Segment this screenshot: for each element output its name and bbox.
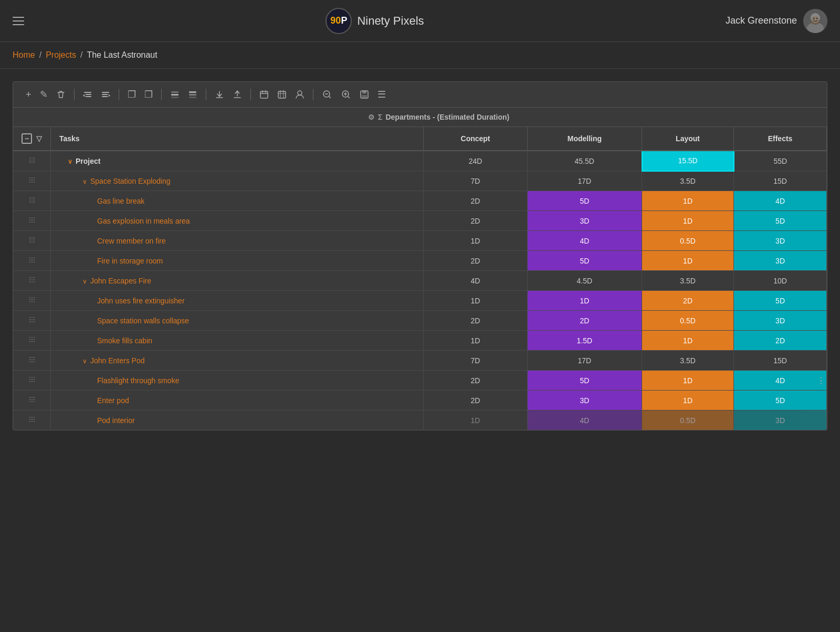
breadcrumb-projects[interactable]: Projects [46, 50, 76, 60]
modelling-cell: 4D [527, 410, 642, 430]
sep-6 [313, 89, 313, 100]
outdent-icon[interactable] [81, 89, 94, 100]
svg-rect-111 [29, 339, 30, 340]
layer-down-icon[interactable] [168, 89, 182, 100]
drag-handle[interactable] [13, 371, 51, 391]
hamburger-menu[interactable] [13, 17, 24, 25]
drag-handle[interactable] [13, 271, 51, 291]
import-icon[interactable] [213, 89, 226, 100]
layout-cell: 1D [642, 211, 734, 231]
logo-letter: P [341, 15, 347, 26]
task-name-cell: Space station walls collapse [51, 311, 424, 331]
svg-rect-53 [34, 202, 35, 203]
collapse-all-button[interactable]: − [22, 133, 32, 144]
delete-icon[interactable] [54, 89, 68, 100]
task-name-cell: Enter pod [51, 391, 424, 410]
table-row: Space station walls collapse2D2D0.5D3D [13, 311, 827, 331]
concept-cell: 1D [424, 331, 528, 351]
add-button[interactable]: + [24, 89, 34, 100]
copy-icon[interactable]: ❐ [125, 89, 138, 100]
layout-cell: 1D [642, 331, 734, 351]
column-header-row: − ▽ Tasks Concept Modelling Layout Effec… [13, 127, 827, 151]
svg-rect-131 [34, 379, 35, 380]
effects-cell: 5D [734, 211, 827, 231]
group-header-label: Departments - (Estimated Duration) [385, 113, 509, 121]
svg-rect-15 [171, 97, 178, 98]
svg-rect-31 [32, 160, 33, 161]
svg-rect-49 [32, 199, 33, 201]
layout-cell: 1D [642, 371, 734, 391]
sep-2 [119, 89, 119, 100]
svg-rect-90 [29, 297, 30, 298]
svg-rect-40 [32, 180, 33, 181]
svg-rect-64 [32, 237, 33, 238]
svg-rect-147 [29, 419, 30, 420]
zoom-in-icon[interactable] [339, 88, 353, 101]
menu-icon[interactable]: ☰ [375, 89, 388, 100]
nav-left [13, 17, 24, 25]
empty-header-cell [13, 108, 51, 127]
chevron-icon: ∨ [68, 158, 72, 165]
paste-icon[interactable]: ❒ [142, 89, 155, 100]
table-container: ⚙ Σ Departments - (Estimated Duration) −… [13, 108, 827, 430]
calendar-grid-icon[interactable] [275, 89, 289, 100]
svg-rect-37 [32, 177, 33, 178]
concept-cell: 2D [424, 211, 528, 231]
user-avatar[interactable] [803, 9, 827, 33]
task-label: Flashlight through smoke [97, 376, 179, 385]
drag-handle[interactable] [13, 251, 51, 271]
calendar-icon[interactable] [257, 89, 271, 100]
drag-handle[interactable] [13, 311, 51, 331]
svg-rect-150 [29, 421, 30, 422]
layer-up-icon[interactable] [186, 89, 200, 100]
task-name-cell: ∨John Escapes Fire [51, 271, 424, 291]
modelling-cell: 17D [527, 171, 642, 191]
svg-rect-115 [32, 341, 33, 342]
svg-rect-101 [34, 317, 35, 318]
svg-rect-47 [34, 197, 35, 198]
task-label[interactable]: ∨John Escapes Fire [82, 277, 151, 285]
effects-cell: 3D [734, 311, 827, 331]
svg-rect-103 [32, 319, 33, 320]
drag-handle[interactable] [13, 231, 51, 251]
svg-point-21 [298, 91, 302, 95]
drag-handle[interactable] [13, 391, 51, 410]
drag-handle[interactable] [13, 211, 51, 231]
save-icon[interactable] [358, 89, 371, 100]
export-icon[interactable] [230, 89, 244, 100]
task-label: John uses fire extinguisher [97, 297, 185, 305]
filter-icon[interactable]: ▽ [36, 134, 42, 143]
task-label[interactable]: ∨Space Station Exploding [82, 177, 171, 185]
task-label[interactable]: ∨John Enters Pod [82, 356, 145, 365]
edit-icon[interactable]: ✎ [38, 89, 50, 100]
drag-handle[interactable] [13, 291, 51, 311]
svg-rect-123 [29, 361, 30, 362]
drag-handle[interactable] [13, 151, 51, 171]
drag-handle[interactable] [13, 331, 51, 351]
svg-rect-36 [29, 177, 30, 178]
sigma-icon: Σ [378, 113, 383, 121]
svg-rect-119 [34, 357, 35, 358]
zoom-out-icon[interactable] [320, 88, 334, 101]
drag-handle[interactable] [13, 351, 51, 371]
layout-cell: 3.5D [642, 351, 734, 371]
user-icon[interactable] [293, 89, 307, 100]
svg-rect-132 [29, 381, 30, 382]
breadcrumb: Home / Projects / The Last Astronaut [0, 42, 840, 69]
breadcrumb-home[interactable]: Home [13, 50, 35, 60]
svg-rect-65 [34, 237, 35, 238]
svg-rect-84 [29, 279, 30, 280]
effects-cell: 15D [734, 171, 827, 191]
svg-rect-109 [32, 337, 33, 338]
group-header-row: ⚙ Σ Departments - (Estimated Duration) [13, 108, 827, 127]
svg-rect-135 [29, 397, 30, 398]
drag-handle[interactable] [13, 171, 51, 191]
svg-rect-61 [32, 222, 33, 223]
concept-cell: 1D [424, 231, 528, 251]
task-label[interactable]: ∨Project [68, 157, 100, 165]
drag-handle[interactable] [13, 191, 51, 211]
indent-icon[interactable] [99, 89, 112, 100]
svg-rect-78 [29, 261, 30, 262]
drag-handle[interactable] [13, 410, 51, 430]
task-label: Space station walls collapse [97, 317, 189, 325]
